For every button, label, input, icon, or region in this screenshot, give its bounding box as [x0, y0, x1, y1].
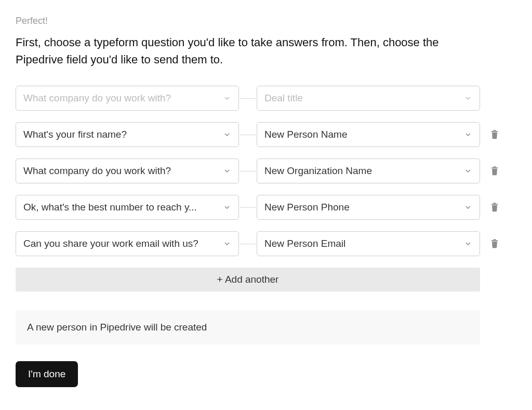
source-question-dropdown[interactable]: Ok, what's the best number to reach y...	[16, 195, 239, 220]
connector-line	[239, 243, 257, 244]
mappings-list: What company do you work with?Deal title…	[16, 86, 516, 256]
chevron-down-icon	[223, 167, 231, 175]
chevron-down-icon	[223, 130, 231, 139]
connector-line	[239, 207, 257, 208]
trash-icon[interactable]	[489, 129, 500, 140]
target-field-dropdown[interactable]: Deal title	[257, 86, 480, 111]
svg-rect-0	[494, 130, 496, 131]
connector-line	[239, 134, 257, 135]
dropdown-text: Deal title	[264, 92, 457, 104]
svg-rect-6	[494, 239, 496, 240]
mapping-row: What's your first name?New Person Name	[16, 122, 516, 147]
chevron-down-icon	[464, 167, 472, 175]
source-question-dropdown[interactable]: Can you share your work email with us?	[16, 231, 239, 256]
header-small: Perfect!	[16, 16, 516, 27]
target-field-dropdown[interactable]: New Person Email	[257, 231, 480, 256]
connector-line	[239, 98, 257, 99]
svg-rect-7	[491, 240, 498, 241]
chevron-down-icon	[223, 203, 231, 211]
svg-rect-2	[494, 166, 496, 167]
source-question-dropdown[interactable]: What's your first name?	[16, 122, 239, 147]
done-button[interactable]: I'm done	[16, 361, 78, 387]
header-main: First, choose a typeform question you'd …	[16, 34, 483, 68]
dropdown-text: Can you share your work email with us?	[23, 238, 216, 249]
chevron-down-icon	[464, 240, 472, 248]
dropdown-text: New Person Email	[264, 238, 457, 249]
chevron-down-icon	[464, 130, 472, 139]
dropdown-text: What company do you work with?	[23, 92, 216, 104]
chevron-down-icon	[464, 94, 472, 102]
dropdown-text: Ok, what's the best number to reach y...	[23, 202, 216, 213]
dropdown-text: New Person Phone	[264, 202, 457, 213]
mapping-row: Can you share your work email with us?Ne…	[16, 231, 516, 256]
add-another-button[interactable]: + Add another	[16, 268, 480, 292]
svg-rect-5	[491, 204, 498, 205]
info-box: A new person in Pipedrive will be create…	[16, 310, 480, 345]
mapping-row: What company do you work with?New Organi…	[16, 158, 516, 183]
dropdown-text: New Person Name	[264, 129, 457, 140]
chevron-down-icon	[223, 240, 231, 248]
dropdown-text: What company do you work with?	[23, 165, 216, 177]
target-field-dropdown[interactable]: New Organization Name	[257, 158, 480, 183]
svg-rect-3	[491, 167, 498, 168]
source-question-dropdown[interactable]: What company do you work with?	[16, 86, 239, 111]
mapping-row: Ok, what's the best number to reach y...…	[16, 195, 516, 220]
connector-line	[239, 170, 257, 171]
target-field-dropdown[interactable]: New Person Phone	[257, 195, 480, 220]
trash-icon[interactable]	[489, 165, 500, 177]
target-field-dropdown[interactable]: New Person Name	[257, 122, 480, 147]
svg-rect-4	[494, 203, 496, 204]
dropdown-text: New Organization Name	[264, 165, 457, 177]
source-question-dropdown[interactable]: What company do you work with?	[16, 158, 239, 183]
chevron-down-icon	[464, 203, 472, 211]
dropdown-text: What's your first name?	[23, 129, 216, 140]
trash-icon[interactable]	[489, 202, 500, 213]
mapping-row: What company do you work with?Deal title	[16, 86, 516, 111]
trash-icon[interactable]	[489, 238, 500, 249]
svg-rect-1	[491, 131, 498, 132]
chevron-down-icon	[223, 94, 231, 102]
